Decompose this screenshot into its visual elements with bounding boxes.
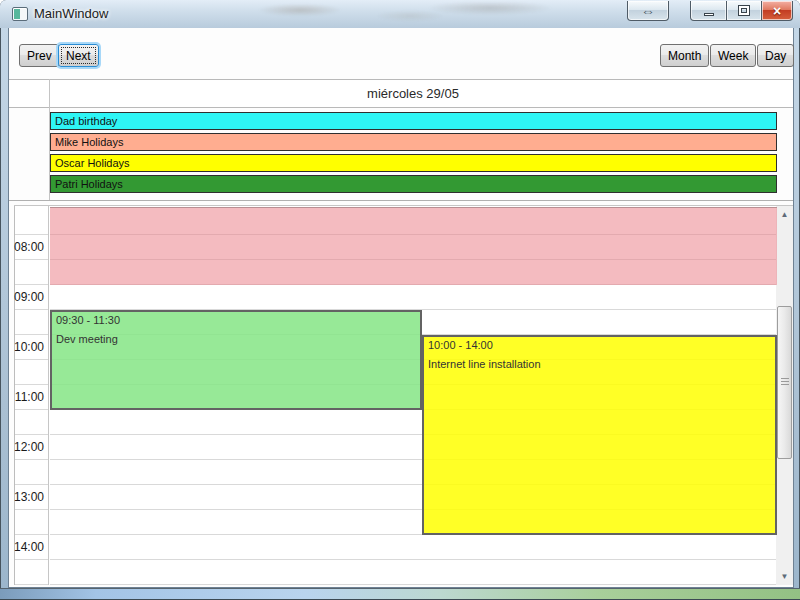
day-column[interactable]: 09:30 - 11:30 Dev meeting 10:00 - 14:00 … <box>50 206 777 585</box>
hour-label: 09:00 <box>4 285 44 310</box>
close-button[interactable]: × <box>761 1 793 21</box>
scroll-down-icon: ▼ <box>781 572 789 581</box>
client-area: Prev Next Month Week Day miércoles 29/05… <box>8 28 794 588</box>
event-title: Internet line installation <box>428 358 771 370</box>
all-day-event[interactable]: Mike Holidays <box>50 133 777 151</box>
next-button[interactable]: Next <box>58 44 99 67</box>
all-day-event[interactable]: Patri Holidays <box>50 175 777 193</box>
week-view-button[interactable]: Week <box>710 44 756 67</box>
scroll-up-icon: ▲ <box>781 210 789 219</box>
event-time-range: 09:30 - 11:30 <box>56 314 416 326</box>
hour-label-column: 08:00 09:00 10:00 11:00 12:00 13:00 14:0… <box>14 206 49 585</box>
day-header: miércoles 29/05 <box>49 80 777 108</box>
hour-label: 13:00 <box>4 485 44 510</box>
close-icon: × <box>773 3 781 19</box>
title-bar[interactable]: MainWindow ⇔ × <box>0 0 800 28</box>
scroll-down-button[interactable]: ▼ <box>776 568 793 585</box>
minimize-icon <box>704 13 714 16</box>
time-grid-viewport: 08:00 09:00 10:00 11:00 12:00 13:00 14:0… <box>14 205 793 584</box>
all-day-section-divider <box>9 200 793 201</box>
event-internet-line-installation[interactable]: 10:00 - 14:00 Internet line installation <box>422 335 777 535</box>
event-title: Dev meeting <box>56 333 416 345</box>
maximize-icon <box>739 6 749 15</box>
hour-label: 08:00 <box>4 235 44 260</box>
day-column-rows: 09:30 - 11:30 Dev meeting 10:00 - 14:00 … <box>50 210 776 585</box>
window-title: MainWindow <box>34 6 108 21</box>
aero-glass-blur <box>180 2 600 24</box>
all-day-event[interactable]: Dad birthday <box>50 112 777 130</box>
application-icon <box>12 7 28 21</box>
main-window: MainWindow ⇔ × Prev Next Month Week Day … <box>0 0 800 600</box>
scroll-up-button[interactable]: ▲ <box>776 206 793 223</box>
hour-label: 10:00 <box>4 335 44 360</box>
window-border-bottom <box>0 588 800 600</box>
day-header-row: miércoles 29/05 <box>9 79 793 108</box>
window-border-right <box>794 28 800 588</box>
scrollbar-grip-icon <box>781 378 789 379</box>
minimize-button[interactable] <box>690 1 727 21</box>
prev-button[interactable]: Prev <box>19 44 60 67</box>
resize-arrows-icon: ⇔ <box>641 3 655 19</box>
month-view-button[interactable]: Month <box>660 44 709 67</box>
busy-time-block <box>50 207 777 285</box>
scrollbar-thumb[interactable] <box>777 306 792 459</box>
hour-label: 12:00 <box>4 435 44 460</box>
vertical-scrollbar[interactable]: ▲ ▼ <box>776 206 793 585</box>
hour-label-rows: 08:00 09:00 10:00 11:00 12:00 13:00 14:0… <box>15 210 48 585</box>
hour-label: 11:00 <box>4 385 44 410</box>
all-day-event[interactable]: Oscar Holidays <box>50 154 777 172</box>
resize-button[interactable]: ⇔ <box>627 1 669 21</box>
event-dev-meeting[interactable]: 09:30 - 11:30 Dev meeting <box>50 310 422 410</box>
event-time-range: 10:00 - 14:00 <box>428 339 771 351</box>
day-view-button[interactable]: Day <box>757 44 794 67</box>
maximize-button[interactable] <box>726 1 762 21</box>
hour-label: 14:00 <box>4 535 44 560</box>
